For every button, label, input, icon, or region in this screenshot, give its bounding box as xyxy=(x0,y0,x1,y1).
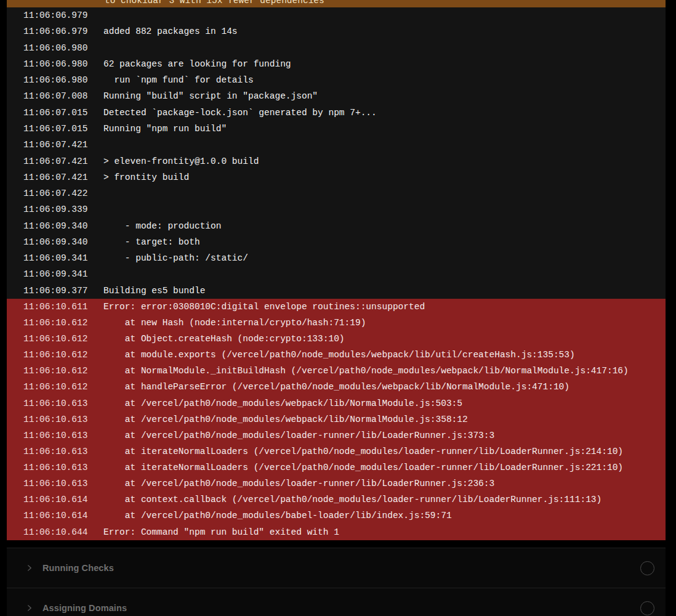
log-message: at /vercel/path0/node_modules/loader-run… xyxy=(103,431,494,440)
section-running-checks[interactable]: Running Checks xyxy=(7,548,666,588)
log-message: 62 packages are looking for funding xyxy=(103,59,291,69)
deprecation-warning-text: to chokidar 3 with 15x fewer dependencie… xyxy=(105,0,324,7)
log-timestamp: 11:06:09.377 xyxy=(23,286,89,296)
log-timestamp: 11:06:07.421 xyxy=(23,156,89,166)
deployment-steps: Running Checks Assigning Domains xyxy=(7,548,666,616)
error-log-row: 11:06:10.614 at /vercel/path0/node_modul… xyxy=(7,508,666,524)
log-row: 11:06:07.015 Detected `package-lock.json… xyxy=(7,105,666,121)
log-message: > frontity build xyxy=(103,172,189,182)
log-message: - target: both xyxy=(103,237,200,247)
log-row: 11:06:06.980 xyxy=(7,40,666,56)
log-message: at Object.createHash (node:crypto:133:10… xyxy=(103,334,345,344)
log-row: 11:06:06.980 run `npm fund` for details xyxy=(7,72,666,88)
log-row: 11:06:07.008 Running "build" script in "… xyxy=(7,88,666,104)
log-timestamp: 11:06:06.979 xyxy=(23,26,89,36)
log-timestamp: 11:06:09.339 xyxy=(23,205,89,214)
error-log-row: 11:06:10.612 at Object.createHash (node:… xyxy=(7,331,666,347)
error-log-row: 11:06:10.613 at /vercel/path0/node_modul… xyxy=(7,428,666,444)
error-log-row: 11:06:10.613 at iterateNormalLoaders (/v… xyxy=(7,460,666,476)
log-message: at /vercel/path0/node_modules/babel-load… xyxy=(103,511,452,521)
log-message: Detected `package-lock.json` generated b… xyxy=(103,108,377,118)
log-timestamp: 11:06:10.613 xyxy=(23,447,89,456)
log-message: at /vercel/path0/node_modules/webpack/li… xyxy=(103,399,462,408)
log-message: at /vercel/path0/node_modules/webpack/li… xyxy=(103,415,468,424)
log-timestamp: 11:06:10.612 xyxy=(23,350,89,360)
log-message: at NormalModule._initBuildHash (/vercel/… xyxy=(103,366,629,376)
log-timestamp: 11:06:06.980 xyxy=(23,59,89,69)
log-timestamp: 11:06:06.979 xyxy=(23,10,89,20)
log-row: 11:06:09.339 xyxy=(7,201,666,217)
log-message: Running "npm run build" xyxy=(103,124,227,134)
error-log-row: 11:06:10.613 at /vercel/path0/node_modul… xyxy=(7,395,666,411)
log-message: added 882 packages in 14s xyxy=(103,26,238,36)
log-timestamp: 11:06:06.980 xyxy=(23,75,89,85)
error-log-row: 11:06:10.612 at new Hash (node:internal/… xyxy=(7,315,666,331)
log-message: Error: Command "npm run build" exited wi… xyxy=(103,527,339,537)
log-message: at context.callback (/vercel/path0/node_… xyxy=(103,495,602,505)
error-log-row: 11:06:10.614 at context.callback (/verce… xyxy=(7,492,666,508)
log-message: Building es5 bundle xyxy=(103,286,205,296)
status-circle-icon xyxy=(640,601,654,615)
log-timestamp: 11:06:10.613 xyxy=(23,399,89,408)
log-message: run `npm fund` for details xyxy=(103,75,254,85)
log-row: 11:06:06.979 xyxy=(7,7,666,23)
log-timestamp: 11:06:10.612 xyxy=(23,382,89,392)
log-row: 11:06:07.421 > eleven-frontity@1.0.0 bui… xyxy=(7,153,666,169)
log-row: 11:06:09.340 - mode: production xyxy=(7,217,666,233)
log-message: at iterateNormalLoaders (/vercel/path0/n… xyxy=(103,447,623,456)
log-timestamp: 11:06:10.612 xyxy=(23,366,89,376)
log-timestamp: 11:06:09.340 xyxy=(23,221,89,231)
build-error-output: 11:06:10.611 Error: error:0308010C:digit… xyxy=(7,299,666,540)
error-log-row: 11:06:10.612 at handleParseError (/verce… xyxy=(7,379,666,395)
log-message: - public-path: /static/ xyxy=(103,253,248,263)
log-timestamp: 11:06:10.612 xyxy=(23,318,89,328)
error-log-row: 11:06:10.612 at module.exports (/vercel/… xyxy=(7,347,666,363)
log-row: 11:06:07.015 Running "npm run build" xyxy=(7,121,666,137)
log-message: at new Hash (node:internal/crypto/hash:7… xyxy=(103,318,366,328)
section-label: Running Checks xyxy=(42,563,114,573)
log-timestamp: 11:06:07.421 xyxy=(23,140,89,150)
build-log-panel[interactable]: to chokidar 3 with 15x fewer dependencie… xyxy=(7,0,666,540)
error-log-row: 11:06:10.611 Error: error:0308010C:digit… xyxy=(7,299,666,315)
log-timestamp: 11:06:10.612 xyxy=(23,334,89,344)
log-message: > eleven-frontity@1.0.0 build xyxy=(103,156,259,166)
log-timestamp: 11:06:10.613 xyxy=(23,415,89,424)
log-timestamp: 11:06:06.980 xyxy=(23,43,89,53)
log-message: at handleParseError (/vercel/path0/node_… xyxy=(103,382,569,392)
log-row: 11:06:07.421 > frontity build xyxy=(7,169,666,185)
log-row: 11:06:06.979 added 882 packages in 14s xyxy=(7,23,666,39)
error-log-row: 11:06:10.644 Error: Command "npm run bui… xyxy=(7,524,666,540)
log-timestamp: 11:06:07.421 xyxy=(23,172,89,182)
log-message: at module.exports (/vercel/path0/node_mo… xyxy=(103,350,575,360)
log-row: 11:06:09.341 - public-path: /static/ xyxy=(7,250,666,266)
log-row: 11:06:09.340 - target: both xyxy=(7,234,666,250)
log-timestamp: 11:06:09.341 xyxy=(23,253,89,263)
section-assigning-domains[interactable]: Assigning Domains xyxy=(7,588,666,616)
log-row: 11:06:09.341 xyxy=(7,266,666,282)
log-timestamp: 11:06:10.613 xyxy=(23,479,89,488)
error-log-row: 11:06:10.613 at /vercel/path0/node_modul… xyxy=(7,476,666,492)
log-timestamp: 11:06:10.614 xyxy=(23,511,89,521)
log-message: at iterateNormalLoaders (/vercel/path0/n… xyxy=(103,463,623,472)
log-message: Running "build" script in "package.json" xyxy=(103,91,318,101)
log-timestamp: 11:06:10.613 xyxy=(23,463,89,472)
log-timestamp: 11:06:10.644 xyxy=(23,527,89,537)
log-timestamp: 11:06:07.008 xyxy=(23,91,89,101)
status-circle-icon xyxy=(640,561,654,575)
error-log-row: 11:06:10.612 at NormalModule._initBuildH… xyxy=(7,363,666,379)
log-timestamp: 11:06:10.614 xyxy=(23,495,89,505)
log-row: 11:06:07.421 xyxy=(7,137,666,153)
chevron-right-icon xyxy=(25,603,34,613)
log-message: at /vercel/path0/node_modules/loader-run… xyxy=(103,479,494,488)
log-timestamp: 11:06:09.340 xyxy=(23,237,89,247)
build-log-output: 11:06:06.979 11:06:06.979 added 882 pack… xyxy=(7,7,666,299)
log-timestamp: 11:06:07.015 xyxy=(23,108,89,118)
section-label: Assigning Domains xyxy=(42,603,127,613)
log-row: 11:06:06.980 62 packages are looking for… xyxy=(7,56,666,72)
log-message: - mode: production xyxy=(103,221,221,231)
log-row: 11:06:07.422 xyxy=(7,185,666,201)
chevron-right-icon xyxy=(25,563,34,573)
deprecation-warning-banner: to chokidar 3 with 15x fewer dependencie… xyxy=(7,0,666,7)
log-timestamp: 11:06:10.613 xyxy=(23,431,89,440)
log-timestamp: 11:06:07.422 xyxy=(23,188,89,198)
